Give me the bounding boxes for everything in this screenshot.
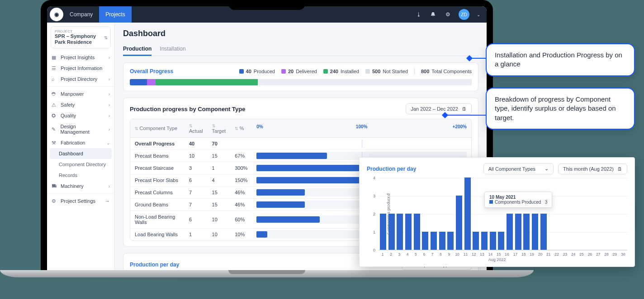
fp-bar[interactable] xyxy=(515,214,521,250)
fp-filter-date[interactable]: This month (Aug 2022)🗓︎ xyxy=(558,164,627,174)
avatar[interactable]: ZD xyxy=(459,9,469,20)
sidebar-item-directory[interactable]: ⌕Project Directory› xyxy=(47,74,114,84)
legend-produced: 40Produced xyxy=(239,69,275,74)
sidebar-sub-component-dir[interactable]: Component Directory xyxy=(47,159,114,170)
fp-bar[interactable] xyxy=(481,232,488,250)
sidebar: PROJECT SPR – Symphony Park Residence ⇅ … xyxy=(47,23,115,270)
machinery-icon: ⛟ xyxy=(52,183,57,189)
info-icon: ☰ xyxy=(52,65,57,71)
legend-delivered: 20Delivered xyxy=(281,69,317,74)
calendar-icon: 🗓︎ xyxy=(617,166,622,172)
fp-tooltip: 10 May 2021 Components Produced 3 xyxy=(484,192,552,208)
sidebar-item-manpower[interactable]: ⛑Manpower› xyxy=(47,89,114,99)
sidebar-item-safety[interactable]: ⚠Safety› xyxy=(47,99,114,110)
fp-bar[interactable] xyxy=(473,232,479,250)
sidebar-item-quality[interactable]: ✪Quality› xyxy=(47,110,114,121)
overall-bar xyxy=(130,79,472,85)
quality-icon: ✪ xyxy=(52,113,57,118)
directory-icon: ⌕ xyxy=(52,76,57,82)
sidebar-item-design[interactable]: ✎Design Management› xyxy=(47,121,114,137)
float-pd-panel: Production per day All Component Types⌄ … xyxy=(359,157,635,267)
fp-x-label: Aug 2022 xyxy=(367,257,627,262)
cprog-title: Production progress by Component Type xyxy=(130,106,245,112)
col-type[interactable]: Component Type xyxy=(130,119,185,138)
table-row: Overall Progress4070 xyxy=(130,138,471,150)
fp-bar[interactable] xyxy=(431,232,437,250)
calendar-icon: 🗓︎ xyxy=(462,106,467,112)
fp-bar[interactable] xyxy=(422,232,428,250)
fp-bar[interactable] xyxy=(405,214,412,250)
overall-title: Overall Progress xyxy=(130,68,173,75)
project-label: PROJECT xyxy=(55,29,107,33)
download-icon[interactable]: ⭳ xyxy=(415,11,422,18)
bell-icon[interactable]: 🔔︎ xyxy=(430,11,437,18)
tab-installation[interactable]: Installation xyxy=(160,43,185,56)
fp-bar[interactable] xyxy=(523,214,530,250)
col-pct[interactable]: % xyxy=(230,119,252,138)
fabrication-icon: ⚒ xyxy=(52,140,57,145)
fp-bar[interactable] xyxy=(388,214,395,250)
legend-installed: 240Installed xyxy=(323,69,359,74)
fp-bar[interactable] xyxy=(507,214,513,250)
updown-icon: ⇅ xyxy=(104,35,108,40)
fp-bar[interactable] xyxy=(498,232,504,250)
pd-title: Production per day xyxy=(130,262,179,268)
tab-production[interactable]: Production xyxy=(123,43,152,56)
col-target[interactable]: Target xyxy=(208,119,231,138)
nav-company[interactable]: Company xyxy=(63,6,99,23)
sidebar-sub-records[interactable]: Records xyxy=(47,170,114,181)
chevron-down-icon: ⌄ xyxy=(545,166,549,172)
design-icon: ✎ xyxy=(52,126,57,132)
safety-icon: ⚠ xyxy=(52,102,57,107)
legend-notstarted: 500Not Started xyxy=(365,69,408,74)
callout-1: Installation and Production Progress by … xyxy=(486,43,635,76)
callout-2: Breakdown of progress by Component type,… xyxy=(486,88,635,130)
fp-bar[interactable] xyxy=(439,232,445,250)
fp-bar[interactable] xyxy=(464,178,471,250)
sidebar-item-insights[interactable]: ▦Project Insights› xyxy=(47,52,114,63)
sidebar-sub-dashboard[interactable]: Dashboard xyxy=(50,148,112,159)
project-selector[interactable]: PROJECT SPR – Symphony Park Residence ⇅ xyxy=(51,26,111,48)
fp-filter-type[interactable]: All Component Types⌄ xyxy=(483,163,554,174)
fp-chart: Components produced 10 May 2021 Componen… xyxy=(379,178,627,250)
settings-icon: ⚙ xyxy=(52,198,57,204)
content-tabs: Production Installation xyxy=(123,43,478,56)
page-title: Dashboard xyxy=(123,29,478,38)
fp-bar[interactable] xyxy=(490,232,496,250)
project-name: SPR – Symphony Park Residence xyxy=(55,33,107,45)
overall-progress-card: Overall Progress 40Produced 20Delivered … xyxy=(123,62,478,91)
gear-icon[interactable]: ⚙ xyxy=(444,11,451,18)
fp-bar[interactable] xyxy=(414,214,420,250)
fp-title: Production per day xyxy=(367,166,416,172)
nav-projects[interactable]: Projects xyxy=(99,6,131,23)
fp-bar[interactable] xyxy=(397,214,403,250)
insights-icon: ▦ xyxy=(52,55,57,60)
manpower-icon: ⛑ xyxy=(52,91,57,97)
col-actual[interactable]: Actual xyxy=(185,119,208,138)
legend-total: 800Total Components xyxy=(421,69,472,74)
fp-bar[interactable] xyxy=(380,214,386,250)
sidebar-item-settings[interactable]: ⚙Project Settings→ xyxy=(47,196,114,206)
sidebar-item-information[interactable]: ☰Project Information xyxy=(47,63,114,74)
sidebar-item-fabrication[interactable]: ⚒Fabrication⌄ xyxy=(47,137,114,148)
fp-bar[interactable] xyxy=(540,214,547,250)
chevron-down-icon[interactable]: ⌄ xyxy=(477,12,480,17)
sidebar-item-machinery[interactable]: ⛟Machinery› xyxy=(47,181,114,192)
app-logo[interactable]: ◉ xyxy=(50,8,63,21)
fp-bar[interactable] xyxy=(456,196,462,250)
date-range-picker[interactable]: Jan 2022 – Dec 2022🗓︎ xyxy=(406,103,472,114)
fp-bar[interactable] xyxy=(532,214,538,250)
fp-bar[interactable] xyxy=(447,232,454,250)
